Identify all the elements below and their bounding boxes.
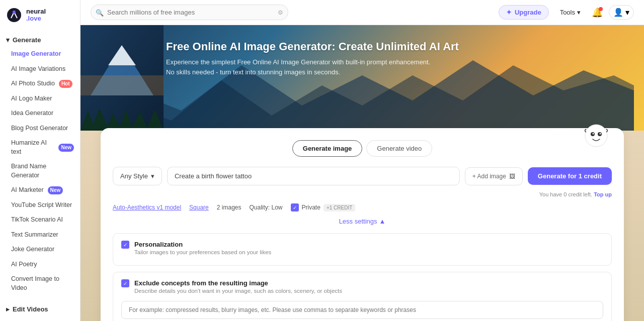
generate-button[interactable]: Generate for 1 credit xyxy=(528,167,612,185)
new-badge-marketer: New xyxy=(48,186,63,194)
filter-icon[interactable]: ⚙ xyxy=(278,9,283,16)
search-wrapper: 🔍 ⚙ xyxy=(91,5,288,20)
user-chevron-icon: ▾ xyxy=(625,8,629,17)
hero-left-svg xyxy=(80,25,164,131)
hot-badge: Hot xyxy=(59,80,72,88)
personalization-section: ✓ Personalization Tailor images to your … xyxy=(113,233,612,266)
content-area: Free Online AI Image Generator: Create U… xyxy=(80,25,644,321)
private-checkbox[interactable]: ✓ xyxy=(291,203,299,211)
personalization-row: ✓ Personalization Tailor images to your … xyxy=(121,241,603,255)
quality-badge: Quality: Low xyxy=(250,204,283,211)
prompt-row: Any Style ▾ + Add image 🖼 Generate for 1… xyxy=(113,167,612,185)
sidebar-item-convert-image[interactable]: Convert Image to Video xyxy=(0,272,80,295)
sidebar-item-text-summarizer[interactable]: Text Summarizer xyxy=(0,228,80,243)
svg-point-18 xyxy=(585,125,607,147)
model-suffix: model xyxy=(165,204,181,211)
generator-panel: Generate image Generate video Any Style … xyxy=(101,128,624,321)
sidebar-scroll-bottom[interactable]: ▼ xyxy=(0,316,80,321)
model-link[interactable]: Auto-Aesthetics v1 model xyxy=(113,204,181,211)
logo-text: neural .love xyxy=(26,8,46,23)
personalization-checkbox[interactable]: ✓ xyxy=(121,241,129,249)
hero-section: Free Online AI Image Generator: Create U… xyxy=(80,25,644,131)
generate-section: ▾ Generate Image Generator AI Image Vari… xyxy=(0,30,80,298)
tab-generate-image[interactable]: Generate image xyxy=(292,140,363,157)
sidebar-item-blog-generator[interactable]: Blog Post Generator xyxy=(0,121,80,136)
user-icon: 👤 xyxy=(613,8,623,17)
tools-chevron-icon: ▾ xyxy=(577,9,581,16)
add-image-button[interactable]: + Add image 🖼 xyxy=(465,167,523,185)
upgrade-button[interactable]: ✦ Upgrade xyxy=(499,5,549,20)
main-area: 🔍 ⚙ ✦ Upgrade Tools ▾ 🔔 👤 ▾ xyxy=(80,0,644,321)
sidebar-item-photo-studio[interactable]: AI Photo Studio Hot xyxy=(0,76,80,91)
sidebar-item-logo-maker[interactable]: AI Logo Maker xyxy=(0,91,80,106)
sidebar-item-ai-poetry[interactable]: AI Poetry xyxy=(0,257,80,272)
sidebar-item-joke-generator[interactable]: Joke Generator xyxy=(0,242,80,257)
notification-dot xyxy=(599,7,603,11)
credit-info: You have 0 credit left. Top up xyxy=(113,191,612,197)
personalization-title: Personalization xyxy=(134,241,271,248)
hero-subtitle-1: Experience the simplest Free Online AI I… xyxy=(166,57,634,67)
less-settings-toggle[interactable]: Less settings ▲ xyxy=(113,218,612,225)
mascot xyxy=(584,123,609,148)
sidebar-item-brand-name[interactable]: Brand Name Generator xyxy=(0,159,80,183)
search-icon: 🔍 xyxy=(96,9,104,16)
hero-subtitle-2: No skills needed - turn text into stunni… xyxy=(166,67,634,77)
sidebar-item-image-variations[interactable]: AI Image Variations xyxy=(0,62,80,77)
sidebar-item-tiktok[interactable]: TikTok Scenario AI xyxy=(0,212,80,228)
star-icon: ✦ xyxy=(506,9,512,16)
sidebar-item-youtube-script[interactable]: YouTube Script Writer xyxy=(0,198,80,213)
credit-tag: +1 CREDIT xyxy=(324,204,355,211)
tab-generate-video[interactable]: Generate video xyxy=(366,140,432,157)
tools-button[interactable]: Tools ▾ xyxy=(555,6,586,19)
search-input[interactable] xyxy=(91,5,288,20)
private-toggle[interactable]: ✓ Private +1 CREDIT xyxy=(291,203,356,211)
sidebar-item-ai-marketer[interactable]: AI Marketer New xyxy=(0,183,80,198)
notification-button[interactable]: 🔔 xyxy=(592,7,603,18)
sidebar-item-humanize[interactable]: Humanize AI text New xyxy=(0,136,80,159)
personalization-desc: Tailor images to your preferences based … xyxy=(134,249,271,255)
svg-rect-17 xyxy=(80,75,164,95)
logo[interactable]: neural .love xyxy=(0,0,80,30)
chevron-up-icon: ▲ xyxy=(379,218,386,225)
hero-text-block: Free Online AI Image Generator: Create U… xyxy=(166,40,634,77)
prompt-input[interactable] xyxy=(167,167,460,185)
topbar: 🔍 ⚙ ✦ Upgrade Tools ▾ 🔔 👤 ▾ xyxy=(80,0,644,25)
chevron-right-icon: ▸ xyxy=(6,305,10,313)
user-button[interactable]: 👤 ▾ xyxy=(609,5,634,20)
svg-point-0 xyxy=(7,8,21,22)
generate-header[interactable]: ▾ Generate xyxy=(0,33,80,47)
options-row: Auto-Aesthetics v1 model Square 2 images… xyxy=(113,203,612,211)
hero-left-panel xyxy=(80,25,164,131)
style-chevron-icon: ▾ xyxy=(151,172,154,180)
exclude-desc: Describe details you don't want in your … xyxy=(134,288,342,294)
style-select[interactable]: Any Style ▾ xyxy=(113,167,162,185)
exclude-row: ✓ Exclude concepts from the resulting im… xyxy=(121,279,603,294)
exclude-title: Exclude concepts from the resulting imag… xyxy=(134,279,342,287)
logo-icon xyxy=(6,7,22,23)
svg-point-22 xyxy=(600,133,601,135)
top-up-link[interactable]: Top up xyxy=(594,191,612,197)
sidebar-item-image-generator[interactable]: Image Generator xyxy=(0,47,80,62)
exclude-input[interactable] xyxy=(121,301,603,319)
hero-title: Free Online AI Image Generator: Create U… xyxy=(166,40,634,53)
image-icon: 🖼 xyxy=(509,173,515,180)
exclude-section: ✓ Exclude concepts from the resulting im… xyxy=(113,272,612,321)
edit-videos-header[interactable]: ▸ Edit Videos xyxy=(0,302,80,316)
svg-point-1 xyxy=(13,11,16,14)
generator-tabs: Generate image Generate video xyxy=(113,140,612,157)
sidebar-item-idea-generator[interactable]: Idea Generator xyxy=(0,106,80,121)
svg-point-21 xyxy=(593,133,594,135)
exclude-checkbox[interactable]: ✓ xyxy=(121,279,129,287)
shape-link[interactable]: Square xyxy=(189,204,209,211)
chevron-down-icon: ▾ xyxy=(6,36,10,44)
sidebar: neural .love ▾ Generate Image Generator … xyxy=(0,0,80,321)
images-count: 2 images xyxy=(217,204,242,211)
new-badge-humanize: New xyxy=(58,144,74,152)
